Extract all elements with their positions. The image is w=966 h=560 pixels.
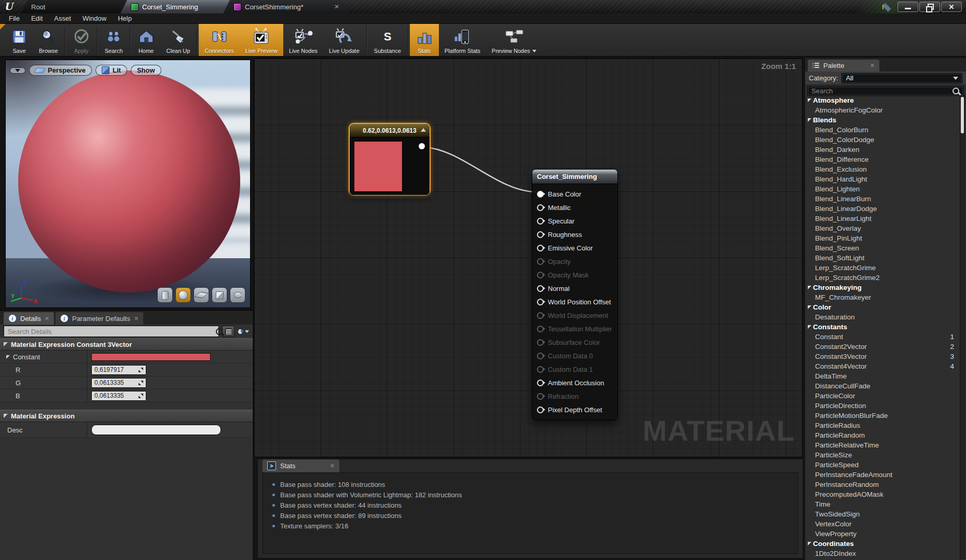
- palette-item[interactable]: Constant3Vector3: [806, 352, 959, 361]
- palette-item[interactable]: Blend_HardLight: [806, 174, 959, 184]
- home-button[interactable]: Home: [132, 24, 161, 56]
- palette-item[interactable]: Constant1: [806, 332, 959, 342]
- category-dropdown[interactable]: All: [841, 73, 962, 83]
- menu-asset[interactable]: Asset: [48, 14, 77, 23]
- output-pin[interactable]: [419, 143, 425, 149]
- palette-item[interactable]: Blend_PinLight: [806, 233, 959, 243]
- show-button[interactable]: Show: [131, 65, 161, 76]
- connectors-button[interactable]: Connectors: [199, 24, 239, 56]
- palette-item[interactable]: PerInstanceFadeAmount: [806, 470, 959, 480]
- lit-button[interactable]: Lit: [95, 65, 127, 76]
- pin-normal[interactable]: Normal: [532, 282, 617, 295]
- menu-edit[interactable]: Edit: [25, 14, 48, 23]
- pin-tessellation-multiplier[interactable]: Tessellation Multiplier: [532, 322, 617, 335]
- palette-item[interactable]: Blend_Exclusion: [806, 164, 959, 174]
- palette-item[interactable]: Blend_ColorDodge: [806, 135, 959, 145]
- menu-file[interactable]: File: [3, 14, 25, 23]
- restore-button[interactable]: [919, 2, 940, 12]
- tab-parameter-defaults[interactable]: i Parameter Defaults ✕: [56, 312, 143, 325]
- close-button[interactable]: ✕: [941, 2, 962, 12]
- preview-viewport[interactable]: Perspective Lit Show Z Y X: [5, 60, 251, 308]
- apply-button[interactable]: Apply: [67, 24, 96, 56]
- palette-item[interactable]: Blend_LinearDodge: [806, 204, 959, 214]
- live-update-button[interactable]: Live Update: [323, 24, 365, 56]
- material-graph-canvas[interactable]: Zoom 1:1 MATERIAL 0.62,0.0613,0.0613 Cor…: [254, 58, 803, 457]
- menu-help[interactable]: Help: [112, 14, 137, 23]
- palette-item[interactable]: PrecomputedAOMask: [806, 489, 959, 499]
- palette-category-header[interactable]: Color: [806, 302, 959, 312]
- palette-item[interactable]: Constant4Vector4: [806, 361, 959, 371]
- constant-node-header[interactable]: 0.62,0.0613,0.0613: [350, 124, 430, 137]
- clean-up-button[interactable]: Clean Up: [161, 24, 196, 56]
- perspective-button[interactable]: Perspective: [29, 65, 92, 76]
- palette-item[interactable]: Blend_Screen: [806, 243, 959, 253]
- pin-roughness[interactable]: Roughness: [532, 228, 617, 241]
- pin-base-color[interactable]: Base Color: [532, 187, 617, 201]
- close-icon[interactable]: ✕: [330, 463, 335, 469]
- window-tab-corsetshimmering[interactable]: CorsetShimmering* ✕: [223, 0, 350, 13]
- constant3vector-node[interactable]: 0.62,0.0613,0.0613: [349, 123, 431, 195]
- scrollbar-thumb[interactable]: [961, 97, 964, 133]
- stats-button[interactable]: Stats: [410, 24, 439, 56]
- palette-item[interactable]: VertexColor: [806, 519, 959, 529]
- palette-category-header[interactable]: Coordinates: [806, 539, 959, 549]
- palette-item[interactable]: Blend_SoftLight: [806, 253, 959, 263]
- save-button[interactable]: Save: [5, 24, 33, 56]
- section-header-material-expression[interactable]: Material Expression: [0, 410, 253, 422]
- preview-shape-teapot-button[interactable]: [230, 287, 245, 303]
- constant-color-swatch[interactable]: [91, 353, 211, 361]
- palette-item[interactable]: ParticleColor: [806, 391, 959, 401]
- close-icon[interactable]: ✕: [134, 315, 139, 322]
- palette-item[interactable]: ParticleRandom: [806, 430, 959, 440]
- palette-category-header[interactable]: Constants: [806, 322, 959, 332]
- palette-item[interactable]: ParticleDirection: [806, 401, 959, 411]
- palette-item[interactable]: Lerp_ScratchGrime: [806, 263, 959, 273]
- search-details-input[interactable]: [4, 326, 219, 337]
- palette-item[interactable]: ParticleMotionBlurFade: [806, 411, 959, 421]
- preview-shape-cylinder-button[interactable]: [157, 287, 173, 303]
- channel-value-input[interactable]: 0,0613335: [91, 378, 146, 388]
- palette-item[interactable]: ViewProperty: [806, 529, 959, 539]
- palette-scrollbar[interactable]: [960, 95, 965, 559]
- palette-item[interactable]: Blend_LinearLight: [806, 214, 959, 223]
- pin-metallic[interactable]: Metallic: [532, 201, 617, 214]
- palette-item[interactable]: ParticleSize: [806, 450, 959, 460]
- palette-item[interactable]: Blend_Overlay: [806, 223, 959, 233]
- pin-emissive-color[interactable]: Emissive Color: [532, 241, 617, 255]
- palette-item[interactable]: Blend_Difference: [806, 155, 959, 164]
- search-button[interactable]: Search: [99, 24, 129, 56]
- palette-category-header[interactable]: Atmosphere: [806, 95, 959, 105]
- palette-category-header[interactable]: Blends: [806, 115, 959, 125]
- palette-item[interactable]: Desaturation: [806, 312, 959, 322]
- close-icon[interactable]: ✕: [45, 315, 49, 322]
- close-icon[interactable]: ✕: [870, 62, 875, 69]
- palette-item[interactable]: Lerp_ScratchGrime2: [806, 273, 959, 283]
- palette-item[interactable]: Blend_ColorBurn: [806, 125, 959, 135]
- tab-stats[interactable]: > Stats ✕: [263, 459, 339, 472]
- palette-item[interactable]: DeltaTime: [806, 371, 959, 381]
- minimize-button[interactable]: [898, 2, 918, 12]
- pin-custom-data-1[interactable]: Custom Data 1: [532, 362, 617, 376]
- palette-item[interactable]: TwoSidedSign: [806, 509, 959, 519]
- palette-item[interactable]: PerInstanceRandom: [806, 480, 959, 489]
- collapse-arrow-icon[interactable]: [6, 355, 10, 359]
- desc-input[interactable]: [91, 425, 221, 435]
- pin-opacity-mask[interactable]: Opacity Mask: [532, 268, 617, 282]
- preview-nodes-button[interactable]: Preview Nodes: [486, 24, 542, 56]
- live-preview-button[interactable]: Live Preview: [240, 24, 283, 56]
- palette-item[interactable]: Blend_LinearBurn: [806, 194, 959, 204]
- palette-category-header[interactable]: Chromakeying: [806, 283, 959, 292]
- channel-value-input[interactable]: 0,0613335: [91, 391, 146, 401]
- collapse-triangle-icon[interactable]: [421, 128, 426, 132]
- browse-button[interactable]: Browse: [33, 24, 64, 56]
- pin-refraction[interactable]: Refraction: [532, 389, 617, 403]
- preview-shape-plane-button[interactable]: [194, 287, 209, 303]
- pin-pixel-depth-offset[interactable]: Pixel Depth Offset: [532, 403, 617, 416]
- palette-item[interactable]: Blend_Lighten: [806, 184, 959, 194]
- platform-stats-button[interactable]: Platform Stats: [439, 24, 486, 56]
- palette-item[interactable]: MF_Chromakeyer: [806, 292, 959, 302]
- live-nodes-button[interactable]: Live Nodes: [283, 24, 323, 56]
- palette-item[interactable]: ParticleSpeed: [806, 460, 959, 470]
- material-node-header[interactable]: Corset_Simmering: [532, 170, 617, 184]
- pin-world-position-offset[interactable]: World Position Offset: [532, 295, 617, 309]
